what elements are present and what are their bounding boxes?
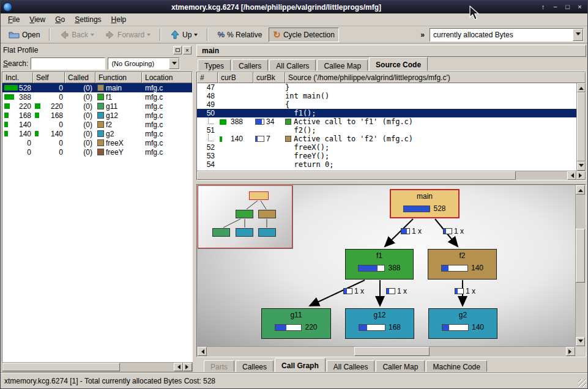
combo-arrow-button[interactable] <box>169 58 179 69</box>
table-row[interactable]: 140 140 (0) g2 mfg.c <box>2 129 192 138</box>
tab-all-callees[interactable]: All Callees <box>327 360 375 372</box>
graph-hscrollbar[interactable] <box>198 346 575 356</box>
table-row[interactable]: 388 0 (0) f1 mfg.c <box>2 92 192 102</box>
source-hscrollbar[interactable] <box>197 171 586 180</box>
maximize-button[interactable]: □ <box>562 2 573 12</box>
menu-go[interactable]: Go <box>50 14 70 25</box>
relative-toggle-button[interactable]: % % Relative <box>213 28 266 42</box>
graph-node-main[interactable]: main 528 <box>390 189 460 218</box>
toolbar-overflow-chevron[interactable]: » <box>418 31 427 39</box>
table-row[interactable]: 140 0 (0) f2 mfg.c <box>2 120 192 129</box>
graph-vscrollbar[interactable] <box>575 185 585 346</box>
source-line[interactable]: 52 freeX(); <box>197 143 576 152</box>
dock-header[interactable]: Flat Profile × <box>2 45 193 56</box>
scroll-right-button[interactable] <box>183 363 192 371</box>
graph-node-g12[interactable]: g12 168 <box>345 308 414 339</box>
scroll-right-button[interactable] <box>566 347 575 356</box>
flat-profile-hscrollbar[interactable] <box>2 362 193 372</box>
graph-node-f1[interactable]: f1 388 <box>345 249 414 280</box>
grouping-select[interactable]: (No Grouping) <box>108 57 180 70</box>
source-line[interactable]: 53 freeY(); <box>197 152 576 160</box>
scrollbar-track[interactable] <box>207 347 566 356</box>
source-line-selected[interactable]: 50 f1(); <box>197 109 576 117</box>
column-header-line[interactable]: # <box>197 72 218 83</box>
graph-overview-minimap[interactable] <box>198 185 293 249</box>
menu-settings[interactable]: Settings <box>70 14 106 25</box>
column-header-called[interactable]: Called <box>65 72 95 83</box>
shade-button[interactable]: ↑ <box>538 2 548 12</box>
source-vscrollbar[interactable] <box>576 83 586 171</box>
line-number: 49 <box>197 100 218 109</box>
scrollbar-thumb[interactable] <box>354 347 430 356</box>
scroll-left-button[interactable] <box>198 347 207 356</box>
scroll-down-button[interactable] <box>576 337 585 346</box>
tab-parts[interactable]: Parts <box>204 360 234 372</box>
column-header-incl[interactable]: Incl. <box>2 72 33 83</box>
graph-node-g11[interactable]: g11 220 <box>261 308 331 339</box>
scroll-right-button[interactable] <box>576 171 586 180</box>
column-header-self[interactable]: Self <box>33 72 65 83</box>
tab-caller-map[interactable]: Caller Map <box>376 360 425 372</box>
graph-node-g2[interactable]: g2 140 <box>428 308 497 339</box>
scrollbar-thumb[interactable] <box>2 363 120 371</box>
source-line[interactable]: 49{ <box>197 100 576 109</box>
column-header-location[interactable]: Location <box>142 72 192 83</box>
column-header-source[interactable]: Source ('/home/philippe/valgrind/littlep… <box>285 72 586 83</box>
edge-label-f2-g2: 1 x <box>455 287 475 295</box>
up-button[interactable]: Up <box>166 28 202 42</box>
graph-node-f2[interactable]: f2 140 <box>428 249 497 280</box>
tab-types[interactable]: Types <box>198 59 231 71</box>
forward-button[interactable]: Forward <box>101 28 155 42</box>
table-row[interactable]: 220 220 (0) g11 mfg.c <box>2 102 192 111</box>
block-bar-icon <box>255 119 264 125</box>
column-header-curbk[interactable]: curBk <box>253 72 285 83</box>
back-button[interactable]: Back <box>55 28 99 42</box>
resize-grip[interactable] <box>578 379 586 387</box>
scrollbar-track[interactable] <box>576 194 585 337</box>
back-dropdown-icon[interactable] <box>91 34 94 38</box>
scroll-left-button[interactable] <box>567 171 576 180</box>
event-type-select[interactable]: currently allocated Bytes <box>430 28 584 42</box>
scrollbar-thumb[interactable] <box>576 229 585 283</box>
menu-view[interactable]: View <box>24 14 50 25</box>
dock-float-button[interactable] <box>173 46 182 54</box>
table-row[interactable]: 0 0 (0) freeY mfg.c <box>2 147 192 157</box>
menu-file[interactable]: File <box>3 14 24 25</box>
table-row[interactable]: 168 168 (0) g12 mfg.c <box>2 111 192 120</box>
forward-dropdown-icon[interactable] <box>147 34 151 38</box>
source-line[interactable]: 47} <box>197 83 576 92</box>
tab-all-callers[interactable]: All Callers <box>269 59 316 71</box>
table-row[interactable]: 0 0 (0) freeX mfg.c <box>2 138 192 147</box>
scrollbar-thumb[interactable] <box>197 171 516 180</box>
scrollbar-thumb[interactable] <box>577 92 586 161</box>
dock-close-button[interactable]: × <box>183 46 192 54</box>
tab-callees[interactable]: Callees <box>236 360 274 372</box>
tab-callers[interactable]: Callers <box>232 59 268 71</box>
column-header-function[interactable]: Function <box>95 72 142 83</box>
scroll-up-button[interactable] <box>576 185 585 194</box>
table-row[interactable]: 528 0 (0) main mfg.c <box>2 83 192 92</box>
minimize-button[interactable]: − <box>550 2 560 12</box>
tab-source-code[interactable]: Source Code <box>369 57 428 71</box>
cycle-detection-toggle-button[interactable]: ↻ Cycle Detection <box>269 28 339 42</box>
menu-help[interactable]: Help <box>106 14 132 25</box>
combo-arrow-button[interactable] <box>573 29 583 41</box>
titlebar[interactable]: xtmemory.kcg.6274 [/home/philippe/valgri… <box>1 1 587 13</box>
column-header-curb[interactable]: curB <box>218 72 253 83</box>
source-line[interactable]: 51 f2(); <box>197 126 576 135</box>
search-input[interactable] <box>31 57 105 70</box>
open-button[interactable]: Open <box>4 28 44 42</box>
source-call-annotation[interactable]: 388 34 Active call to 'f1' (mfg.c) <box>197 117 576 126</box>
source-line[interactable]: 48int main() <box>197 92 576 100</box>
graph-canvas[interactable]: main 528 f1 388 f2 140 g11 220 <box>198 185 575 346</box>
tab-call-graph[interactable]: Call Graph <box>275 358 326 372</box>
tab-callee-map[interactable]: Callee Map <box>317 59 368 71</box>
source-call-annotation[interactable]: 140 7 Active call to 'f2' (mfg.c) <box>197 135 576 143</box>
tab-machine-code[interactable]: Machine Code <box>426 360 486 372</box>
close-button[interactable]: × <box>575 2 585 12</box>
source-line[interactable]: 54 return 0; <box>197 160 576 169</box>
up-dropdown-icon[interactable] <box>194 34 198 38</box>
scroll-up-button[interactable] <box>577 83 586 92</box>
scroll-down-button[interactable] <box>577 161 586 171</box>
scroll-left-button[interactable] <box>174 363 183 371</box>
